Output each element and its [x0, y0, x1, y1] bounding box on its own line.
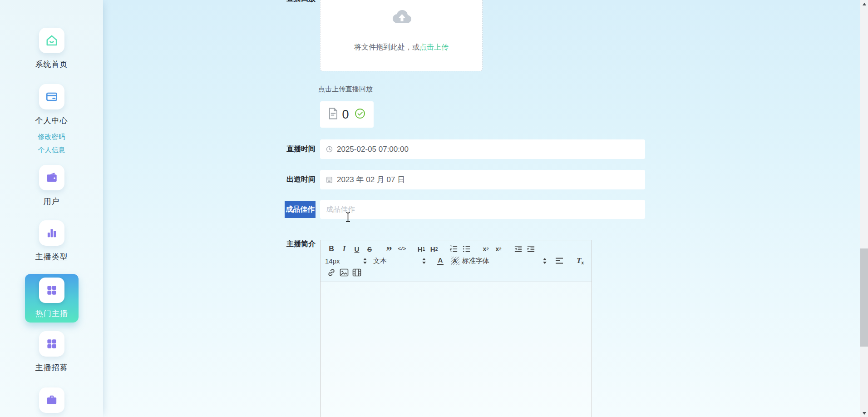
grid-icon: [39, 331, 64, 357]
font-family-picker[interactable]: 标准字体: [462, 257, 547, 265]
arrow-down-icon: [863, 412, 866, 415]
strikethrough-button[interactable]: S: [363, 243, 376, 255]
wallet-icon: [39, 165, 64, 190]
debut-time-input[interactable]: 2023 年 02 月 07 日: [320, 170, 645, 189]
check-circle-icon: [355, 108, 365, 121]
sidebar-item-anchor-type[interactable]: 主播类型: [0, 220, 103, 262]
background-color-button[interactable]: A: [448, 255, 462, 267]
text-cursor-ibeam: [345, 212, 351, 224]
sidebar-item-hot-anchors-active[interactable]: 热门主播: [25, 274, 79, 323]
upload-field-label: 直播回放: [266, 0, 316, 4]
toolbar-row-3: [325, 267, 587, 278]
vertical-scrollbar[interactable]: [860, 0, 868, 417]
clear-format-button[interactable]: Tx: [574, 255, 587, 267]
heading2-button[interactable]: H2: [428, 243, 440, 255]
upload-dropzone[interactable]: 将文件拖到此处，或点击上传: [320, 0, 483, 71]
chevron-updown-icon: [543, 258, 547, 264]
scroll-up-button[interactable]: [860, 0, 868, 8]
sidebar: 系统首页 个人中心 修改密码 个人信息 用户: [0, 0, 103, 417]
bold-button[interactable]: B: [325, 243, 338, 255]
document-icon: [328, 108, 338, 121]
sidebar-item-label: 个人中心: [35, 115, 68, 126]
toolbar-row-2: 14px 文本 A A 标准字体: [325, 255, 587, 267]
upload-click-link[interactable]: 点击上传: [419, 43, 449, 51]
upload-cloud-icon: [390, 9, 413, 27]
sidebar-item-anchor-recruit[interactable]: 主播招募: [0, 331, 103, 373]
clock-icon: [326, 146, 333, 153]
home-icon: [39, 28, 64, 53]
arrow-up-icon: [863, 3, 866, 5]
upload-file-card[interactable]: 0: [320, 101, 374, 128]
outdent-button[interactable]: [512, 243, 524, 255]
sidebar-link-change-password[interactable]: 修改密码: [0, 133, 103, 141]
link-button[interactable]: [325, 267, 338, 278]
toolbar-row-1: B I U S ” </> H1 H2: [325, 243, 587, 255]
sidebar-item-label: 系统首页: [35, 59, 68, 70]
subscript-button[interactable]: x2: [479, 243, 492, 255]
file-count: 0: [342, 108, 349, 122]
sidebar-item-label: 用户: [44, 196, 60, 207]
chevron-updown-icon: [363, 258, 367, 264]
underline-button[interactable]: U: [350, 243, 363, 255]
superscript-button[interactable]: x2: [492, 243, 505, 255]
editor-content-area[interactable]: [321, 282, 592, 417]
card-icon: [39, 84, 64, 109]
bar-chart-icon: [39, 220, 64, 246]
scroll-down-button[interactable]: [860, 409, 868, 417]
sidebar-link-personal-info[interactable]: 个人信息: [0, 146, 103, 154]
heading1-button[interactable]: H1: [415, 243, 428, 255]
scrollbar-thumb[interactable]: [860, 248, 868, 347]
anchor-intro-label: 主播简介: [266, 239, 316, 249]
ordered-list-button[interactable]: [447, 243, 460, 255]
bullet-list-button[interactable]: [460, 243, 473, 255]
upload-drag-text: 将文件拖到此处，或点击上传: [321, 43, 482, 52]
upload-tip: 点击上传直播回放: [318, 85, 373, 94]
font-size-picker[interactable]: 14px: [325, 257, 367, 265]
debut-time-value: 2023 年 02 月 07 日: [337, 174, 405, 185]
editor-toolbar: B I U S ” </> H1 H2: [321, 240, 592, 282]
grid-icon: [39, 278, 64, 303]
blockquote-button[interactable]: ”: [383, 243, 395, 255]
sidebar-item-label: 热门主播: [35, 308, 68, 319]
indent-button[interactable]: [524, 243, 537, 255]
italic-button[interactable]: I: [338, 243, 350, 255]
sidebar-item-label: 主播招募: [35, 362, 68, 373]
sidebar-item-label: 主播类型: [35, 252, 68, 262]
sidebar-item-bottom[interactable]: [0, 387, 103, 413]
masterpiece-label-selected-text: 成品佳作: [285, 201, 316, 218]
briefcase-icon: [39, 387, 64, 413]
image-button[interactable]: [338, 267, 350, 278]
sidebar-item-profile-center[interactable]: 个人中心: [0, 84, 103, 126]
main-content: 直播回放 将文件拖到此处，或点击上传 点击上传直播回放: [103, 0, 860, 417]
masterpiece-input[interactable]: [320, 200, 645, 219]
chevron-updown-icon: [422, 258, 426, 264]
debut-time-label: 出道时间: [266, 175, 316, 184]
live-time-input[interactable]: 2025-02-05 07:00:00: [320, 139, 645, 159]
sidebar-item-home[interactable]: 系统首页: [0, 28, 103, 70]
align-button[interactable]: [553, 255, 566, 267]
rich-text-editor: B I U S ” </> H1 H2: [320, 240, 592, 417]
calendar-icon: [326, 176, 333, 184]
video-button[interactable]: [350, 267, 363, 278]
code-block-button[interactable]: </>: [395, 243, 408, 255]
text-color-button[interactable]: A: [433, 255, 448, 267]
live-time-value: 2025-02-05 07:00:00: [337, 145, 409, 154]
masterpiece-label: 成品佳作: [266, 201, 316, 218]
header-style-picker[interactable]: 文本: [373, 257, 426, 265]
sidebar-item-users[interactable]: 用户: [0, 165, 103, 207]
live-time-label: 直播时间: [266, 144, 316, 154]
